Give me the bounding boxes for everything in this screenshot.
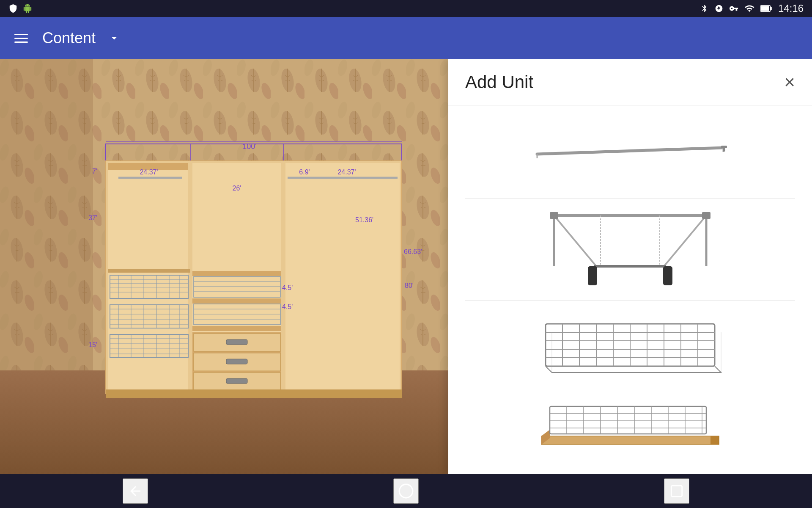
svg-text:80': 80' <box>405 282 414 289</box>
svg-line-94 <box>537 148 723 154</box>
panel-header: Add Unit × <box>448 59 812 105</box>
panel-items-list <box>448 105 812 474</box>
svg-text:26': 26' <box>233 185 241 192</box>
svg-text:24.37': 24.37' <box>140 168 158 176</box>
status-time: 14:16 <box>778 3 804 14</box>
svg-text:6.9': 6.9' <box>299 168 310 176</box>
unit-item-pulldown[interactable] <box>465 199 795 301</box>
svg-rect-63 <box>192 326 281 331</box>
panel-title: Add Unit <box>465 72 533 92</box>
main-content: 100' 7' 24.37' 26' 6.9' 24.37' 37' 51.36… <box>0 59 812 474</box>
unit-item-pulldown-image <box>465 207 795 292</box>
svg-text:66.63': 66.63' <box>404 248 422 255</box>
svg-text:51.36': 51.36' <box>355 216 373 224</box>
app-bar: Content <box>0 17 812 59</box>
svg-rect-143 <box>671 486 682 497</box>
status-bar: 14:16 <box>0 0 812 17</box>
svg-line-103 <box>664 215 706 266</box>
add-unit-panel: Add Unit × <box>448 59 812 474</box>
svg-rect-110 <box>702 212 710 219</box>
block-icon <box>715 4 723 13</box>
svg-rect-1 <box>770 7 772 10</box>
svg-rect-62 <box>192 298 281 304</box>
svg-line-102 <box>554 215 596 266</box>
svg-text:100': 100' <box>242 142 256 151</box>
svg-rect-127 <box>541 436 719 444</box>
svg-rect-23 <box>285 163 400 392</box>
svg-rect-2 <box>761 6 769 11</box>
dropdown-arrow-icon[interactable] <box>108 32 120 44</box>
shield-icon <box>8 4 18 13</box>
unit-item-rail[interactable] <box>465 114 795 199</box>
svg-rect-61 <box>192 271 281 276</box>
home-button[interactable] <box>393 478 419 504</box>
android-icon <box>23 4 32 13</box>
svg-text:15': 15' <box>88 341 97 348</box>
svg-rect-76 <box>226 359 247 364</box>
svg-rect-105 <box>588 266 597 285</box>
closet-3d-view: 100' 7' 24.37' 26' 6.9' 24.37' 37' 51.36… <box>85 140 423 402</box>
svg-point-142 <box>399 484 413 498</box>
svg-rect-79 <box>106 389 402 398</box>
unit-item-rail-image <box>465 135 795 177</box>
svg-text:7': 7' <box>92 168 97 175</box>
svg-rect-128 <box>550 406 706 434</box>
svg-rect-106 <box>663 266 672 285</box>
svg-text:37': 37' <box>88 214 97 221</box>
svg-text:24.37': 24.37' <box>337 168 356 176</box>
unit-item-shelf-basket-image <box>465 394 795 461</box>
app-title: Content <box>42 29 96 47</box>
battery-icon <box>760 4 772 13</box>
svg-rect-98 <box>723 146 725 152</box>
recents-button[interactable] <box>664 478 689 504</box>
status-right-icons: 14:16 <box>700 3 804 14</box>
unit-item-shelf-basket[interactable] <box>465 385 795 470</box>
svg-text:4.5': 4.5' <box>282 303 293 310</box>
unit-item-basket[interactable] <box>465 301 795 385</box>
svg-rect-109 <box>550 212 558 219</box>
wifi-icon <box>744 3 754 14</box>
svg-rect-74 <box>226 340 247 345</box>
unit-item-basket-image <box>465 311 795 375</box>
scene-view[interactable]: 100' 7' 24.37' 26' 6.9' 24.37' 37' 51.36… <box>0 59 812 474</box>
svg-text:4.5': 4.5' <box>282 284 293 291</box>
vpn-key-icon <box>729 4 738 13</box>
bottom-nav <box>0 474 812 508</box>
back-button[interactable] <box>123 478 148 504</box>
menu-button[interactable] <box>13 34 30 43</box>
status-left-icons <box>8 4 32 13</box>
svg-rect-78 <box>226 378 247 384</box>
close-button[interactable]: × <box>784 73 795 91</box>
bluetooth-icon <box>700 4 709 13</box>
